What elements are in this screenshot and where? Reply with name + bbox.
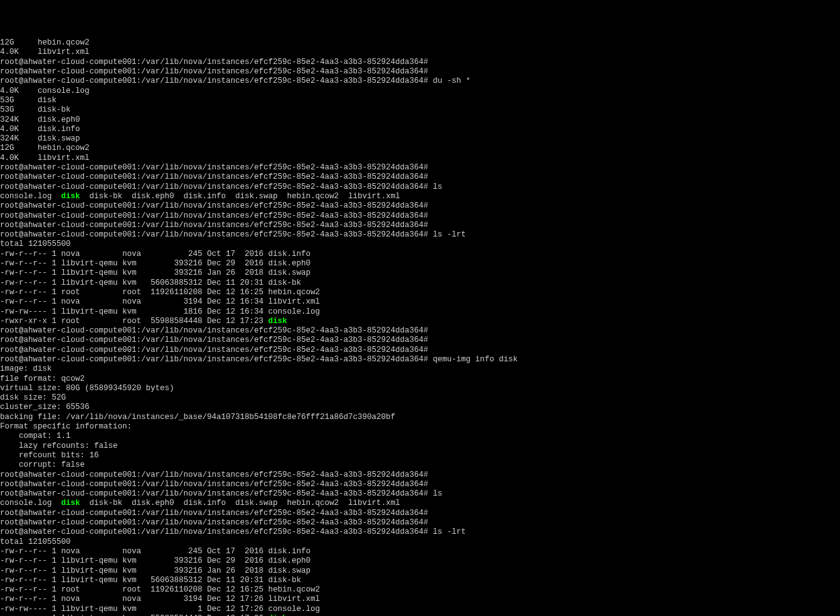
terminal-line: root@ahwater-cloud-compute001:/var/lib/n… xyxy=(0,77,840,86)
terminal-line: root@ahwater-cloud-compute001:/var/lib/n… xyxy=(0,58,840,67)
file-disk: disk xyxy=(268,317,287,326)
terminal-line: compat: 1.1 xyxy=(0,432,840,441)
terminal-line: Format specific information: xyxy=(0,422,840,432)
terminal-line: lazy refcounts: false xyxy=(0,442,840,451)
terminal-line: -rw-r--r-- 1 libvirt-qemu kvm 5606388531… xyxy=(0,279,840,288)
terminal-line: root@ahwater-cloud-compute001:/var/lib/n… xyxy=(0,201,840,211)
terminal-line: console.log disk disk-bk disk.eph0 disk.… xyxy=(0,499,840,508)
terminal-line: root@ahwater-cloud-compute001:/var/lib/n… xyxy=(0,211,840,221)
terminal-line: -rw-r--r-- 1 nova nova 245 Oct 17 2016 d… xyxy=(0,547,840,556)
terminal-line: cluster_size: 65536 xyxy=(0,403,840,412)
terminal-line: -rw-r--r-- 1 root root 11926110208 Dec 1… xyxy=(0,585,840,595)
terminal-line: 12G hebin.qcow2 xyxy=(0,38,840,48)
terminal-line: root@ahwater-cloud-compute001:/var/lib/n… xyxy=(0,173,840,182)
terminal-line: root@ahwater-cloud-compute001:/var/lib/n… xyxy=(0,470,840,480)
terminal-line: refcount bits: 16 xyxy=(0,451,840,460)
terminal-line: image: disk xyxy=(0,364,840,374)
terminal-line: 4.0K libvirt.xml xyxy=(0,154,840,163)
terminal-line: 4.0K disk.info xyxy=(0,125,840,134)
terminal-line: root@ahwater-cloud-compute001:/var/lib/n… xyxy=(0,163,840,173)
terminal-line: -rw-r--r-- 1 libvirt-qemu kvm 393216 Dec… xyxy=(0,259,840,268)
terminal-line: root@ahwater-cloud-compute001:/var/lib/n… xyxy=(0,230,840,240)
terminal-line: corrupt: false xyxy=(0,460,840,470)
terminal-line: backing file: /var/lib/nova/instances/_b… xyxy=(0,413,840,422)
terminal-line: -rw-r--r-- 1 nova nova 245 Oct 17 2016 d… xyxy=(0,250,840,259)
terminal-line: root@ahwater-cloud-compute001:/var/lib/n… xyxy=(0,355,840,364)
terminal-line: root@ahwater-cloud-compute001:/var/lib/n… xyxy=(0,480,840,489)
terminal-line: 324K disk.swap xyxy=(0,134,840,144)
terminal-line: 324K disk.eph0 xyxy=(0,115,840,125)
terminal-line: file format: qcow2 xyxy=(0,374,840,384)
terminal-line: 4.0K libvirt.xml xyxy=(0,48,840,57)
terminal-line: root@ahwater-cloud-compute001:/var/lib/n… xyxy=(0,528,840,537)
terminal-line: 53G disk-bk xyxy=(0,105,840,115)
terminal-line: total 121055500 xyxy=(0,240,840,249)
terminal-line: total 121055500 xyxy=(0,538,840,547)
terminal-line: root@ahwater-cloud-compute001:/var/lib/n… xyxy=(0,221,840,230)
terminal-line: disk size: 52G xyxy=(0,393,840,403)
terminal-line: -rwxr-xr-x 1 root root 55988584448 Dec 1… xyxy=(0,317,840,326)
terminal-line: root@ahwater-cloud-compute001:/var/lib/n… xyxy=(0,518,840,528)
terminal-line: -rw-r--r-- 1 libvirt-qemu kvm 393216 Jan… xyxy=(0,268,840,278)
terminal-line: root@ahwater-cloud-compute001:/var/lib/n… xyxy=(0,489,840,499)
terminal-line: 4.0K console.log xyxy=(0,87,840,96)
terminal-line: -rw-r--r-- 1 nova nova 3194 Dec 12 17:26… xyxy=(0,595,840,604)
terminal-line: root@ahwater-cloud-compute001:/var/lib/n… xyxy=(0,346,840,355)
terminal-line: -rw-rw---- 1 libvirt-qemu kvm 1816 Dec 1… xyxy=(0,307,840,317)
terminal-line: -rw-r--r-- 1 libvirt-qemu kvm 5606388531… xyxy=(0,576,840,585)
ls-disk-entry: disk xyxy=(61,499,80,507)
terminal-line: -rw-r--r-- 1 root root 11926110208 Dec 1… xyxy=(0,288,840,297)
terminal-line: 12G hebin.qcow2 xyxy=(0,144,840,153)
terminal-output[interactable]: 12G hebin.qcow24.0K libvirt.xmlroot@ahwa… xyxy=(0,38,840,616)
terminal-line: console.log disk disk-bk disk.eph0 disk.… xyxy=(0,192,840,201)
terminal-line: root@ahwater-cloud-compute001:/var/lib/n… xyxy=(0,336,840,345)
terminal-line: root@ahwater-cloud-compute001:/var/lib/n… xyxy=(0,183,840,192)
terminal-line: -rw-r--r-- 1 libvirt-qemu kvm 393216 Jan… xyxy=(0,566,840,576)
terminal-line: root@ahwater-cloud-compute001:/var/lib/n… xyxy=(0,67,840,77)
ls-disk-entry: disk xyxy=(61,192,80,201)
terminal-line: -rw-r--r-- 1 nova nova 3194 Dec 12 16:34… xyxy=(0,297,840,307)
terminal-line: root@ahwater-cloud-compute001:/var/lib/n… xyxy=(0,509,840,518)
terminal-line: 53G disk xyxy=(0,96,840,105)
terminal-line: root@ahwater-cloud-compute001:/var/lib/n… xyxy=(0,326,840,336)
terminal-line: -rw-r--r-- 1 libvirt-qemu kvm 393216 Dec… xyxy=(0,556,840,566)
terminal-line: -rw-rw---- 1 libvirt-qemu kvm 1 Dec 12 1… xyxy=(0,605,840,614)
terminal-line: virtual size: 80G (85899345920 bytes) xyxy=(0,384,840,393)
